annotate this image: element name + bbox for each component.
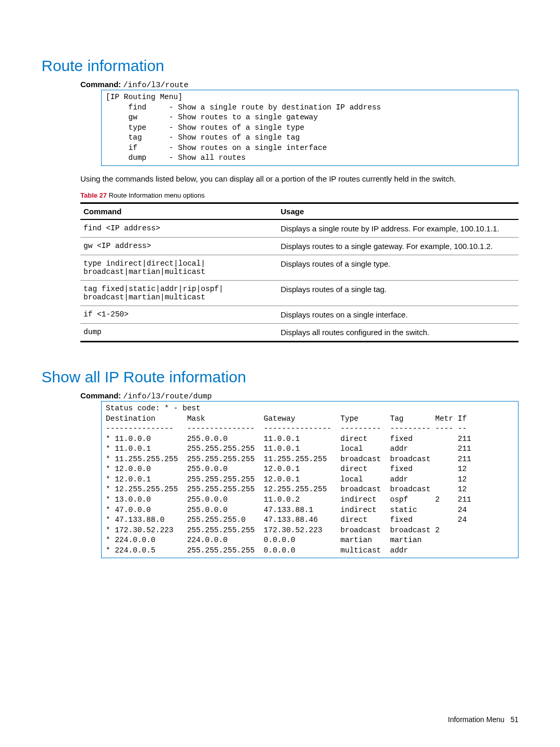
heading-show-all-ip-route: Show all IP Route information <box>41 368 519 386</box>
command-label: Command: <box>80 80 121 89</box>
cell-usage: Displays all routes configured in the sw… <box>277 323 519 341</box>
cell-usage: Displays routes on a single interface. <box>277 306 519 323</box>
table-row: find <IP address> Displays a single rout… <box>80 219 519 238</box>
command-value: /info/l3/route/dump <box>123 392 212 401</box>
command-line-2: Command: /info/l3/route/dump <box>80 391 519 401</box>
document-page: Route information Command: /info/l3/rout… <box>0 0 560 747</box>
footer-page-number: 51 <box>510 715 519 724</box>
cell-cmd: if <1-250> <box>80 306 277 323</box>
cell-cmd: gw <IP address> <box>80 237 277 255</box>
cell-cmd: tag fixed|static|addr|rip|ospf| broadcas… <box>80 280 277 306</box>
table-row: dump Displays all routes configured in t… <box>80 323 519 341</box>
cell-cmd: dump <box>80 323 277 341</box>
cell-usage: Displays routes to a single gateway. For… <box>277 237 519 255</box>
cell-usage: Displays routes of a single tag. <box>277 280 519 306</box>
options-table: Command Usage find <IP address> Displays… <box>80 202 519 342</box>
table-caption: Table 27 Route Information menu options <box>80 191 519 199</box>
cell-cmd: type indirect|direct|local| broadcast|ma… <box>80 255 277 280</box>
th-usage: Usage <box>277 203 519 219</box>
table-row: tag fixed|static|addr|rip|ospf| broadcas… <box>80 280 519 306</box>
cell-usage: Displays routes of a single type. <box>277 255 519 280</box>
terminal-output-dump: Status code: * - best Destination Mask G… <box>101 401 519 558</box>
cell-usage: Displays a single route by IP address. F… <box>277 219 519 238</box>
page-footer: Information Menu 51 <box>448 715 519 724</box>
footer-section: Information Menu <box>448 715 505 724</box>
table-row: gw <IP address> Displays routes to a sin… <box>80 237 519 255</box>
table-row: type indirect|direct|local| broadcast|ma… <box>80 255 519 280</box>
table-label: Table 27 <box>80 191 107 199</box>
terminal-output-menu: [IP Routing Menu] find - Show a single r… <box>101 90 519 166</box>
table-caption-text: Route Information menu options <box>109 191 205 199</box>
th-command: Command <box>80 203 277 219</box>
paragraph-intro: Using the commands listed below, you can… <box>80 173 519 184</box>
command-line-1: Command: /info/l3/route <box>80 80 519 90</box>
command-value: /info/l3/route <box>123 81 189 90</box>
heading-route-information: Route information <box>41 57 519 75</box>
command-label: Command: <box>80 391 121 400</box>
cell-cmd: find <IP address> <box>80 219 277 238</box>
table-row: if <1-250> Displays routes on a single i… <box>80 306 519 323</box>
